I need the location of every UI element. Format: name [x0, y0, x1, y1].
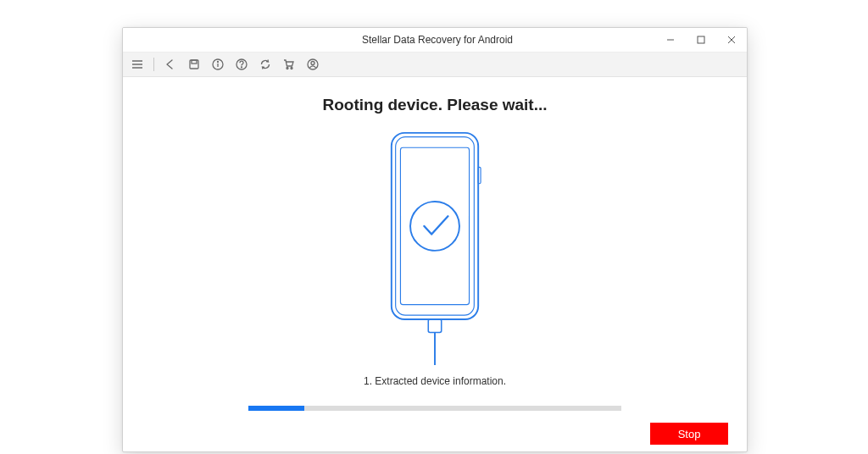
toolbar-separator — [153, 58, 154, 71]
window-minimize-button[interactable] — [655, 28, 686, 52]
device-illustration — [123, 130, 747, 367]
status-step: 1. Extracted device information. — [123, 375, 747, 387]
progress-bar — [248, 406, 621, 411]
svg-rect-18 — [392, 133, 478, 319]
svg-point-17 — [311, 62, 314, 65]
window-title: Stellar Data Recovery for Android — [362, 28, 513, 52]
stop-button-label: Stop — [678, 428, 701, 440]
app-window: Stellar Data Recovery for Android — [122, 27, 748, 452]
status-heading: Rooting device. Please wait... — [123, 96, 747, 114]
svg-point-15 — [291, 68, 292, 69]
svg-point-13 — [242, 67, 242, 68]
svg-point-11 — [218, 62, 219, 63]
progress-fill — [248, 406, 304, 411]
window-close-button[interactable] — [716, 28, 747, 52]
svg-rect-23 — [428, 319, 441, 332]
window-maximize-button[interactable] — [686, 28, 716, 52]
refresh-icon[interactable] — [258, 57, 273, 72]
help-icon[interactable] — [234, 57, 249, 72]
title-bar: Stellar Data Recovery for Android — [123, 28, 747, 53]
svg-rect-21 — [478, 167, 481, 183]
user-icon[interactable] — [305, 57, 320, 72]
cart-icon[interactable] — [281, 57, 297, 72]
toolbar — [123, 53, 747, 77]
svg-point-22 — [410, 202, 459, 251]
svg-rect-8 — [192, 60, 197, 64]
svg-point-14 — [287, 68, 288, 69]
stop-button[interactable]: Stop — [650, 423, 728, 445]
info-icon[interactable] — [210, 57, 225, 72]
save-icon[interactable] — [186, 57, 202, 72]
main-content: Rooting device. Please wait... — [123, 77, 747, 411]
menu-icon[interactable] — [130, 57, 145, 72]
back-icon[interactable] — [163, 57, 178, 72]
svg-rect-19 — [396, 137, 475, 315]
svg-rect-1 — [698, 36, 704, 43]
